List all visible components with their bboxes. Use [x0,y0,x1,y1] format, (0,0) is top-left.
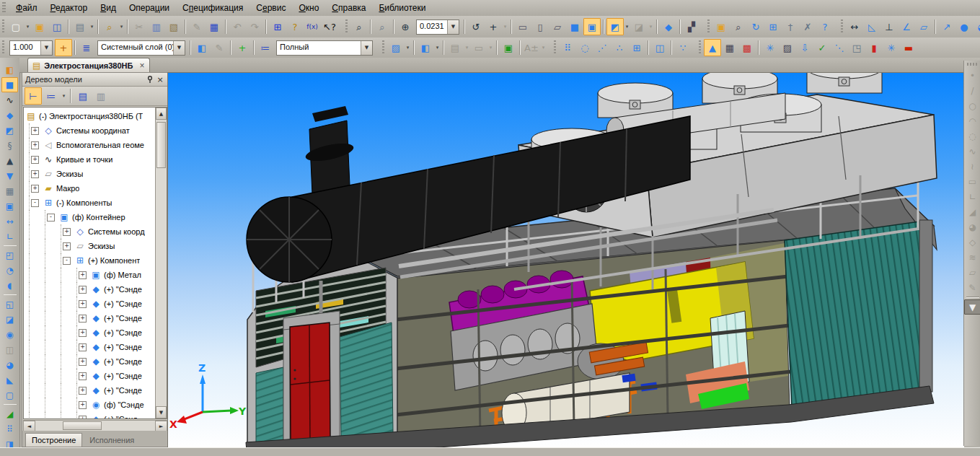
tree-item[interactable]: +◆(+) "Сэнде [24,340,155,354]
mass-center-button[interactable]: ◕ [973,18,980,35]
measure-arrow-button[interactable]: ↗ [938,18,955,35]
tree-collapse-icon[interactable]: - [47,214,55,222]
layout-scheme-button[interactable]: ▬ [900,39,917,56]
extrude-button[interactable]: ◰ [1,247,18,263]
viewport-3d[interactable]: Z X Y [167,72,964,448]
tree-exec-doc-button[interactable]: ▥ [92,87,110,105]
new-document-button[interactable]: ▢ [7,18,25,35]
dimensions-3d-button[interactable]: ▣ [500,39,517,56]
display-hidden-lines-button[interactable]: ▯ [531,18,549,35]
tree-collapse-icon[interactable]: - [31,199,39,207]
step-combo-arrow-icon[interactable]: ▼ [40,41,52,55]
tree-expand-icon[interactable]: + [79,387,87,395]
display-mode-combo[interactable]: Полный▼ [276,40,373,56]
filter-funnel-button[interactable]: ▼ [1,168,18,183]
tree-collapse-icon[interactable]: - [63,257,71,265]
tree-item[interactable]: +◆(+) "Сэнд [24,412,155,418]
toolbar-grip[interactable] [382,40,384,55]
tree-expand-icon[interactable]: + [79,343,87,351]
draft-button[interactable]: ◢ [1,406,18,421]
tree-item[interactable]: +◆(+) "Сэнде [24,311,155,325]
measure-distance-button[interactable]: ↔ [846,18,863,35]
tree-expand-icon[interactable]: + [79,315,87,323]
tree-hscrollbar[interactable]: ◄ ► [23,420,167,431]
revolve-button[interactable]: ◔ [1,263,18,278]
tree-expand-icon[interactable]: + [79,286,87,294]
tree-expand-icon[interactable]: + [31,127,39,135]
toolbar-grip[interactable] [707,19,710,34]
layer-combo[interactable]: Системный слой (0)▼ [97,40,185,56]
component-section-button[interactable]: ▨ [387,39,405,56]
panel-close-icon[interactable]: × [155,74,165,84]
menu-Сервис[interactable]: Сервис [250,1,292,14]
document-tab[interactable]: ▤ Электростанция380НБ × [27,58,150,72]
layer-combo-arrow-icon[interactable]: ▼ [173,41,185,55]
new-document-dropdown[interactable]: ▾ [25,19,31,35]
menu-Справка[interactable]: Справка [325,1,372,14]
perspective-button[interactable]: ◩ [606,18,624,35]
display-shaded-button[interactable]: ■ [566,18,583,35]
context-help-button[interactable]: ↖? [321,18,338,35]
tree-item[interactable]: +▱Эскизы [24,239,155,253]
trajectory-button[interactable]: ⋱ [831,39,848,56]
chamfer-button[interactable]: ◣ [1,372,18,387]
scale-combo-arrow-icon[interactable]: ▼ [447,20,459,34]
pin-icon[interactable] [145,74,155,84]
collision-check-button[interactable]: ▲ [704,39,721,56]
measure-edge-angle-button[interactable]: ∠ [898,18,915,35]
solid-corner-button[interactable]: ◧ [417,39,434,56]
toolbar-grip[interactable] [967,63,979,66]
toolbar-grip[interactable] [2,40,4,55]
orientation-button[interactable]: + [485,18,502,35]
freeze-button[interactable]: ✳ [762,39,779,56]
placement-axes-button[interactable]: + [234,39,251,56]
tree-item[interactable]: +◆(+) "Сэнде [24,383,155,398]
snap-settings-button[interactable]: + [55,39,72,56]
condition-tool-button[interactable]: ∟ [1,229,18,244]
tree-item[interactable]: -⊞(+) Компонент [24,253,155,268]
fastener-button[interactable]: † [782,18,799,35]
paste-button[interactable]: ▧ [165,18,182,35]
tree-expand-icon[interactable]: + [31,141,39,149]
menu-Операции[interactable]: Операции [123,1,176,14]
shell-button[interactable]: ▢ [1,387,18,403]
toolbar-grip[interactable] [554,40,556,55]
hole-button[interactable]: ◉ [1,327,18,342]
zoom-window-button[interactable]: ⌕ [350,18,368,35]
display-hidden-thin-button[interactable]: ▱ [549,18,566,35]
array-along-curve-button[interactable]: ⋰ [593,39,611,56]
tree-item[interactable]: +◉(ф) "Сэнде [24,398,155,412]
help-round-button[interactable]: ? [816,18,834,35]
rotate-view-button[interactable]: ↺ [467,18,485,35]
zoom-pan-button[interactable]: ⌕ [374,18,391,35]
measure-area-button[interactable]: ▱ [915,18,932,35]
menu-Файл[interactable]: Файл [9,1,44,14]
tree-expand-icon[interactable]: + [79,401,87,409]
display-wireframe-button[interactable]: ▭ [514,18,531,35]
solid-corner-dropdown[interactable]: ▾ [434,40,441,56]
frame-tool-button[interactable]: ▣ [1,198,18,214]
help-topics-button[interactable]: ? [286,18,304,35]
find-replace-button[interactable]: ⌕ [730,18,747,35]
thermometer-button[interactable]: ▮ [865,39,883,56]
tree-item[interactable]: +◆(+) "Сэнде [24,369,155,383]
mass-properties-button[interactable]: ● [955,18,973,35]
copy-button[interactable]: ▥ [148,18,165,35]
layers-button[interactable]: ≣ [78,39,95,56]
component-section-dropdown[interactable]: ▾ [405,40,411,56]
variables-window-button[interactable]: ⊞ [269,18,286,35]
surface-check-button[interactable]: ◳ [848,39,865,56]
tree-tab-Построение[interactable]: Построение [25,433,82,447]
tree-item[interactable]: +▱Эскизы [24,167,155,181]
tree-expand-icon[interactable]: + [31,185,39,193]
functions-fx-button[interactable]: f(x) [304,18,321,35]
cut-extrude-button[interactable]: ◪ [1,312,18,327]
tree-structure-view-button[interactable]: ⊢ [25,87,42,105]
open-document-button[interactable]: ▣ [31,18,48,35]
save-document-button[interactable]: ◫ [48,18,66,35]
measure-3d-button[interactable]: ↔ [1,214,18,229]
tree-expand-icon[interactable]: + [79,300,87,308]
specification-button[interactable]: ▦ [206,18,223,35]
fillet-button[interactable]: ◕ [1,357,18,372]
menu-Окно[interactable]: Окно [292,1,325,14]
